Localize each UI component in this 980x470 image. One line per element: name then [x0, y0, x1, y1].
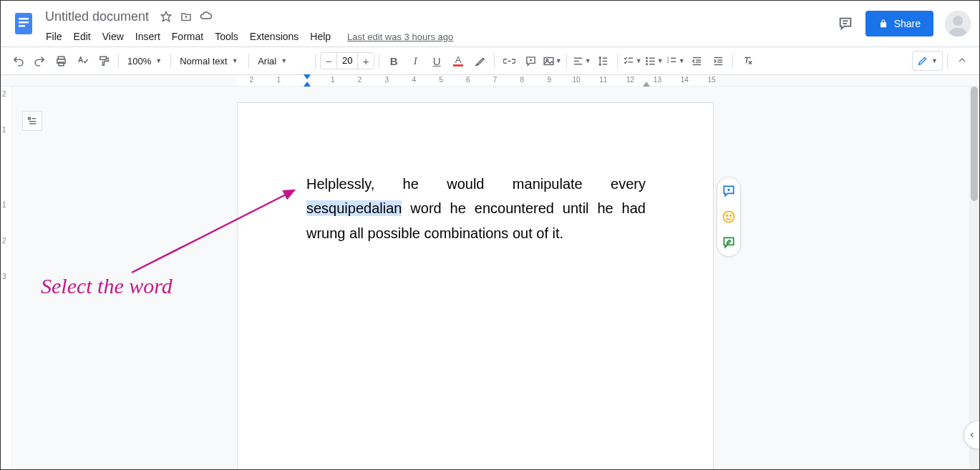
- add-comment-button[interactable]: [719, 182, 738, 200]
- toolbar-separator: [379, 54, 379, 68]
- menu-insert[interactable]: Insert: [130, 28, 165, 45]
- pencil-icon: [917, 55, 928, 67]
- add-emoji-button[interactable]: [719, 207, 738, 226]
- insert-image-button[interactable]: ▼: [542, 51, 562, 71]
- svg-marker-4: [161, 11, 170, 21]
- align-button[interactable]: ▼: [571, 51, 591, 71]
- outline-toggle-button[interactable]: [22, 111, 42, 131]
- account-avatar[interactable]: [945, 11, 971, 36]
- vertical-scrollbar[interactable]: [969, 87, 979, 469]
- toolbar-separator: [170, 54, 171, 68]
- toolbar-separator: [617, 54, 618, 68]
- editing-mode-button[interactable]: ▼: [912, 51, 943, 71]
- document-text[interactable]: Helplessly, he would manipulate every se…: [306, 172, 646, 245]
- last-edit-link[interactable]: Last edit was 3 hours ago: [347, 31, 453, 42]
- toolbar-separator: [315, 54, 316, 68]
- app-header: Untitled document File Edit View Insert …: [1, 1, 979, 46]
- title-area: Untitled document File Edit View Insert …: [41, 6, 837, 46]
- comment-history-icon[interactable]: [837, 15, 854, 32]
- menu-file[interactable]: File: [41, 28, 67, 45]
- menu-bar: File Edit View Insert Format Tools Exten…: [41, 26, 837, 46]
- menu-edit[interactable]: Edit: [69, 28, 96, 45]
- text-color-button[interactable]: A: [448, 51, 468, 71]
- vertical-ruler[interactable]: 2 1 1 2 3: [1, 87, 12, 469]
- redo-button[interactable]: [29, 51, 49, 71]
- annotation-label: Select the word: [41, 274, 173, 298]
- highlight-button[interactable]: [470, 51, 490, 71]
- svg-rect-43: [29, 117, 31, 119]
- document-title[interactable]: Untitled document: [41, 8, 153, 26]
- toolbar-separator: [566, 54, 567, 68]
- menu-view[interactable]: View: [97, 28, 129, 45]
- chevron-down-icon: ▼: [931, 57, 938, 64]
- chevron-down-icon: ▼: [585, 57, 591, 64]
- font-value: Arial: [258, 56, 276, 67]
- undo-button[interactable]: [8, 51, 28, 71]
- svg-point-50: [727, 215, 728, 217]
- italic-button[interactable]: I: [405, 51, 425, 71]
- selected-word[interactable]: sesquipedalian: [306, 200, 402, 216]
- toolbar-separator: [118, 54, 119, 68]
- scrollbar-thumb[interactable]: [971, 87, 978, 201]
- horizontal-ruler[interactable]: 12123456789101112131415: [1, 75, 979, 87]
- clear-formatting-button[interactable]: [737, 51, 757, 71]
- underline-button[interactable]: U: [427, 51, 447, 71]
- left-indent-marker[interactable]: [304, 82, 311, 87]
- svg-text:2: 2: [666, 59, 669, 64]
- header-right: Share: [837, 6, 971, 36]
- numbered-list-button[interactable]: 12▼: [665, 51, 685, 71]
- docs-logo-icon[interactable]: [9, 6, 38, 41]
- font-size-group: − 20 +: [320, 52, 374, 69]
- insert-comment-button[interactable]: [520, 51, 540, 71]
- chevron-down-icon: ▼: [636, 57, 642, 64]
- toolbar: 100%▼ Normal text▼ Arial▼ − 20 + B I U A…: [1, 46, 979, 75]
- text-before: Helplessly, he would manipulate every: [306, 176, 646, 192]
- menu-help[interactable]: Help: [305, 28, 336, 45]
- move-icon[interactable]: [179, 9, 193, 24]
- toolbar-separator: [947, 54, 948, 68]
- chevron-down-icon: ▼: [679, 57, 685, 64]
- menu-tools[interactable]: Tools: [210, 28, 243, 45]
- zoom-select[interactable]: 100%▼: [123, 52, 166, 70]
- checklist-button[interactable]: ▼: [622, 51, 642, 71]
- bulleted-list-button[interactable]: ▼: [644, 51, 664, 71]
- font-size-input[interactable]: 20: [336, 53, 358, 69]
- paragraph-style-select[interactable]: Normal text▼: [175, 52, 244, 70]
- svg-point-8: [953, 16, 963, 26]
- svg-point-26: [646, 60, 648, 62]
- spellcheck-button[interactable]: [72, 51, 92, 71]
- line-spacing-button[interactable]: [593, 51, 613, 71]
- svg-rect-1: [19, 18, 29, 20]
- menu-format[interactable]: Format: [167, 28, 208, 45]
- suggest-edits-button[interactable]: [719, 233, 738, 252]
- share-button[interactable]: Share: [865, 11, 933, 36]
- print-button[interactable]: [51, 51, 71, 71]
- bold-button[interactable]: B: [384, 51, 404, 71]
- insert-link-button[interactable]: [499, 51, 519, 71]
- star-icon[interactable]: [159, 9, 173, 24]
- svg-point-49: [724, 212, 734, 222]
- collapse-toolbar-button[interactable]: [952, 51, 972, 71]
- menu-extensions[interactable]: Extensions: [245, 28, 304, 45]
- paint-format-button[interactable]: [94, 51, 114, 71]
- svg-point-25: [646, 57, 648, 59]
- font-family-select[interactable]: Arial▼: [253, 52, 311, 70]
- right-indent-marker[interactable]: [643, 82, 650, 87]
- document-page[interactable]: Helplessly, he would manipulate every se…: [237, 102, 714, 469]
- font-size-increase-button[interactable]: +: [358, 53, 374, 69]
- lock-icon: [878, 19, 888, 29]
- explore-side-tab[interactable]: [964, 421, 979, 449]
- cloud-status-icon[interactable]: [199, 9, 213, 24]
- svg-rect-30: [649, 64, 655, 64]
- toolbar-separator: [732, 54, 733, 68]
- font-size-decrease-button[interactable]: −: [321, 53, 336, 69]
- style-value: Normal text: [180, 56, 227, 67]
- title-row: Untitled document: [41, 6, 837, 26]
- chevron-down-icon: ▼: [281, 57, 287, 64]
- chevron-down-icon: ▼: [556, 57, 562, 64]
- increase-indent-button[interactable]: [708, 51, 728, 71]
- chevron-down-icon: ▼: [232, 57, 238, 64]
- first-line-indent-marker[interactable]: [304, 74, 311, 79]
- decrease-indent-button[interactable]: [687, 51, 707, 71]
- share-label: Share: [894, 18, 921, 29]
